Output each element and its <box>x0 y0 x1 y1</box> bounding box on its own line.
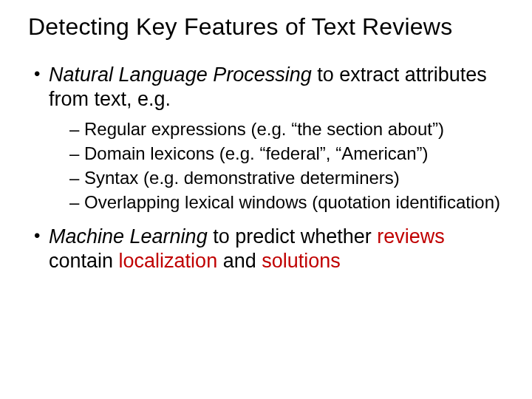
bullet-ml-text: contain <box>49 250 119 272</box>
bullet-ml-emph: Machine Learning <box>49 225 208 248</box>
sub-bullet: Regular expressions (e.g. “the section a… <box>69 117 511 140</box>
sub-bullet: Syntax (e.g. demonstrative determiners) <box>69 166 511 189</box>
slide: Detecting Key Features of Text Reviews N… <box>0 0 532 399</box>
bullet-nlp-emph: Natural Language Processing <box>49 64 312 86</box>
slide-title: Detecting Key Features of Text Reviews <box>28 13 511 41</box>
highlight-solutions: solutions <box>262 250 341 272</box>
bullet-nlp: Natural Language Processing to extract a… <box>34 63 511 214</box>
bullet-ml-text: to predict whether <box>208 225 378 248</box>
highlight-reviews: reviews <box>377 225 445 248</box>
bullet-ml: Machine Learning to predict whether revi… <box>34 225 511 273</box>
bullet-ml-text: and <box>217 250 262 272</box>
highlight-localization: localization <box>119 250 218 272</box>
bullet-list: Natural Language Processing to extract a… <box>21 63 511 273</box>
sub-bullet: Overlapping lexical windows (quotation i… <box>69 191 511 214</box>
sub-bullet-list: Regular expressions (e.g. “the section a… <box>49 117 511 214</box>
sub-bullet: Domain lexicons (e.g. “federal”, “Americ… <box>69 142 511 165</box>
